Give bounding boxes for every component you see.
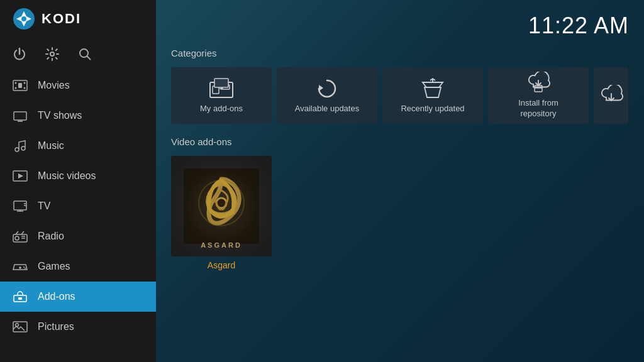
sidebar-header: KODI [0, 0, 156, 38]
svg-point-32 [15, 236, 19, 240]
my-addons-icon [209, 77, 233, 99]
svg-point-16 [15, 87, 17, 89]
category-my-addons[interactable]: My add-ons [171, 67, 272, 124]
main-content: 11:22 AM Categories My add-ons [156, 0, 644, 362]
svg-rect-18 [18, 83, 22, 88]
recently-updated-label: Recently updated [401, 104, 464, 114]
available-updates-label: Available updates [295, 104, 359, 114]
sidebar-item-radio[interactable]: Radio [0, 221, 156, 251]
add-ons-icon [13, 289, 28, 304]
music-label: Music [38, 140, 64, 151]
addons-grid: ASGARD Asgard [171, 156, 629, 270]
category-available-updates[interactable]: Available updates [277, 67, 377, 124]
sidebar-nav: Movies TV shows Music [0, 70, 156, 362]
sidebar-item-pictures[interactable]: Pictures [0, 312, 156, 342]
category-install-from-repository[interactable]: Install from repository [488, 67, 589, 124]
categories-section-title: Categories [171, 48, 629, 58]
tv-shows-label: TV shows [38, 110, 82, 121]
category-install-from-zip[interactable] [594, 67, 628, 124]
asgard-addon-text-overlay: ASGARD [171, 241, 272, 249]
svg-point-37 [23, 266, 25, 268]
svg-point-6 [21, 16, 26, 21]
radio-icon [13, 229, 28, 244]
install-from-zip-icon [599, 85, 623, 106]
sidebar-item-music-videos[interactable]: Music videos [0, 161, 156, 191]
svg-rect-48 [214, 79, 228, 87]
search-button[interactable] [78, 47, 92, 61]
settings-button[interactable] [45, 47, 59, 61]
addon-asgard[interactable]: ASGARD Asgard [171, 156, 272, 270]
sidebar-item-tv[interactable]: TV [0, 191, 156, 221]
svg-marker-25 [18, 173, 23, 178]
music-icon [13, 138, 28, 153]
power-button[interactable] [13, 47, 26, 61]
recently-updated-icon [421, 77, 445, 99]
sidebar-item-games[interactable]: Games [0, 251, 156, 282]
app-title: KODI [42, 11, 81, 27]
asgard-addon-name: Asgard [208, 260, 235, 270]
sidebar: KODI [0, 0, 156, 362]
svg-point-22 [15, 148, 19, 151]
movies-label: Movies [38, 80, 70, 91]
kodi-logo-icon [13, 8, 35, 30]
svg-point-11 [50, 52, 54, 56]
tv-icon [13, 199, 28, 214]
category-recently-updated[interactable]: Recently updated [382, 67, 483, 124]
svg-marker-51 [319, 85, 323, 91]
install-from-repository-icon [526, 72, 550, 93]
svg-rect-19 [14, 112, 26, 120]
video-addons-section-title: Video add-ons [171, 136, 629, 147]
movies-icon [13, 78, 28, 93]
svg-rect-40 [18, 297, 22, 300]
top-bar: 11:22 AM [171, 13, 629, 39]
games-icon [13, 259, 28, 274]
sidebar-item-movies[interactable]: Movies [0, 70, 156, 101]
svg-rect-54 [535, 85, 542, 92]
clock-display: 11:22 AM [528, 13, 629, 39]
tv-shows-icon [13, 108, 28, 123]
svg-point-38 [25, 268, 26, 269]
games-label: Games [38, 261, 70, 272]
music-videos-label: Music videos [38, 170, 96, 182]
pictures-icon [13, 319, 28, 334]
tv-label: TV [38, 200, 50, 212]
svg-point-17 [24, 87, 26, 89]
categories-row: My add-ons Available updates [171, 67, 629, 124]
sidebar-item-tv-shows[interactable]: TV shows [0, 101, 156, 131]
add-ons-label: Add-ons [38, 291, 75, 302]
svg-point-14 [15, 82, 17, 84]
available-updates-icon [315, 77, 339, 99]
pictures-label: Pictures [38, 321, 74, 332]
my-addons-label: My add-ons [200, 104, 243, 114]
sidebar-item-add-ons[interactable]: Add-ons [0, 282, 156, 312]
music-videos-icon [13, 168, 28, 184]
sidebar-top-icons [0, 38, 156, 70]
addon-asgard-thumbnail: ASGARD [171, 156, 272, 256]
install-from-repository-label: Install from repository [518, 98, 558, 119]
radio-label: Radio [38, 231, 64, 242]
svg-point-15 [24, 82, 26, 84]
sidebar-item-music[interactable]: Music [0, 131, 156, 161]
svg-point-23 [21, 146, 25, 150]
